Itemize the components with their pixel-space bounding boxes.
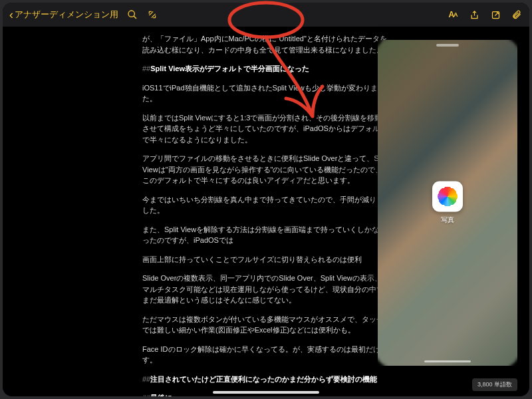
note-paragraph: iOS11でiPad独自機能として追加されたSplit Viewも少し挙動が変わ… xyxy=(142,82,388,104)
slideover-home-indicator[interactable] xyxy=(424,360,471,362)
note-paragraph: 画面上部に持っていくことでフルサイズに切り替えられるのは便利 xyxy=(142,254,388,265)
note-paragraph: ##注目されていたけど正直便利になったのかまだ分からず要検討の機能 xyxy=(142,374,388,385)
photos-app-icon[interactable] xyxy=(432,182,463,212)
toolbar: ‹ アナザーディメンション用 AA xyxy=(3,3,529,27)
chevron-left-icon: ‹ xyxy=(9,8,13,22)
svg-line-1 xyxy=(134,16,136,19)
note-paragraph: ##Split View表示がデフォルトで半分画面になった xyxy=(142,63,388,74)
slideover-grabber[interactable] xyxy=(436,44,459,47)
compose-icon[interactable] xyxy=(489,9,501,21)
note-paragraph: 今まではいちいち分割線を真ん中まで持ってきていたので、手間が減りました。 xyxy=(142,194,388,216)
note-paragraph: が、「ファイル」App内にMac/PCの様に"Untitled"と名付けられたデ… xyxy=(142,33,388,55)
note-paragraph: 以前まではSplit Viewにすると1:3で画面が分割され、その後分割線を移動… xyxy=(142,112,388,146)
note-paragraph: Face IDのロック解除は確かに早くなってる。が、実感するのは最初だけです。 xyxy=(142,344,388,366)
search-icon[interactable] xyxy=(126,9,138,21)
back-button[interactable]: ‹ アナザーディメンション用 xyxy=(9,8,118,22)
share-icon[interactable] xyxy=(468,9,480,21)
slideover-app[interactable]: 写真 xyxy=(432,182,463,225)
slide-over-panel[interactable]: 写真 xyxy=(378,40,517,366)
photos-app-label: 写真 xyxy=(441,215,454,225)
note-paragraph: アプリ間でファイルの移動をさせるときに便利はSlide Overと違って、Spl… xyxy=(142,153,388,186)
word-count-badge: 3,800 単語数 xyxy=(472,378,517,391)
home-indicator[interactable] xyxy=(213,391,319,394)
svg-point-0 xyxy=(128,11,134,17)
back-label: アナザーディメンション用 xyxy=(15,9,118,21)
attachment-icon[interactable] xyxy=(511,9,523,21)
expand-icon[interactable] xyxy=(146,9,158,21)
note-paragraph: ただマウスは複数ボタンが付いている多機能マウスがオススメで、タッチでは難しい細か… xyxy=(142,314,388,336)
text-format-icon[interactable]: AA xyxy=(447,9,459,21)
note-paragraph: また、Split Viewを解除する方法は分割線を画面端まで持っていくしかなかっ… xyxy=(142,224,388,246)
note-paragraph: Slide Overの複数表示、同一アプリ内でのSlide Over、Split… xyxy=(142,273,388,306)
